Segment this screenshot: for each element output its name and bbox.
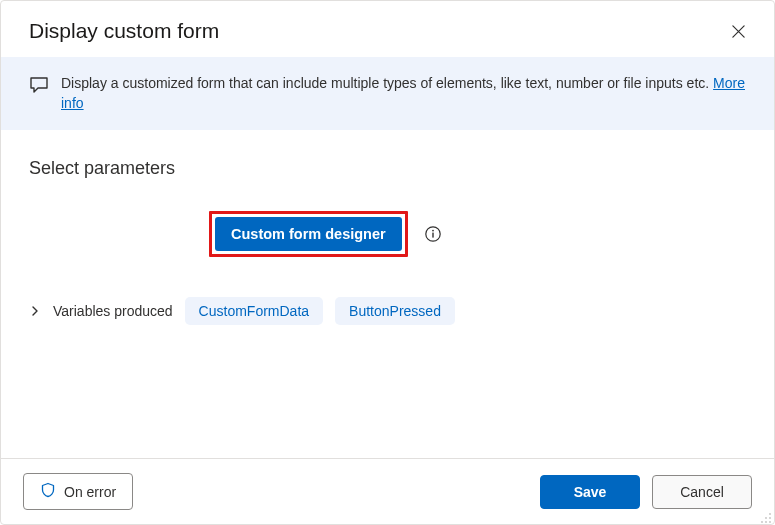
cancel-button[interactable]: Cancel (652, 475, 752, 509)
designer-info-button[interactable] (422, 223, 444, 245)
dialog-header: Display custom form (1, 1, 774, 57)
designer-row: Custom form designer (209, 211, 746, 257)
dialog-title: Display custom form (29, 19, 219, 43)
on-error-label: On error (64, 484, 116, 500)
info-banner-message: Display a customized form that can inclu… (61, 75, 713, 91)
section-heading: Select parameters (29, 158, 746, 179)
save-button[interactable]: Save (540, 475, 640, 509)
resize-grip-icon[interactable] (760, 510, 772, 522)
svg-point-4 (769, 517, 771, 519)
on-error-button[interactable]: On error (23, 473, 133, 510)
variables-expand-toggle[interactable] (29, 305, 41, 317)
svg-point-5 (765, 517, 767, 519)
variables-produced-row: Variables produced CustomFormData Button… (29, 297, 746, 325)
variables-produced-label: Variables produced (53, 303, 173, 319)
chevron-right-icon (29, 305, 41, 317)
info-banner: Display a customized form that can inclu… (1, 57, 774, 130)
close-button[interactable] (727, 20, 750, 43)
svg-point-7 (765, 521, 767, 523)
footer-actions: Save Cancel (540, 475, 752, 509)
dialog-footer: On error Save Cancel (1, 458, 774, 524)
custom-form-designer-button[interactable]: Custom form designer (215, 217, 402, 251)
variable-pill-customformdata[interactable]: CustomFormData (185, 297, 323, 325)
variable-pill-buttonpressed[interactable]: ButtonPressed (335, 297, 455, 325)
dialog-body: Select parameters Custom form designer V… (1, 130, 774, 458)
shield-icon (40, 482, 56, 501)
svg-point-1 (432, 229, 434, 231)
comment-icon (29, 75, 49, 99)
svg-point-3 (769, 513, 771, 515)
info-banner-text: Display a customized form that can inclu… (61, 73, 750, 114)
dialog-display-custom-form: Display custom form Display a customized… (0, 0, 775, 525)
svg-point-6 (769, 521, 771, 523)
close-icon (731, 27, 746, 42)
info-icon (424, 231, 442, 246)
svg-rect-2 (432, 232, 433, 237)
highlight-frame: Custom form designer (209, 211, 408, 257)
svg-point-8 (761, 521, 763, 523)
